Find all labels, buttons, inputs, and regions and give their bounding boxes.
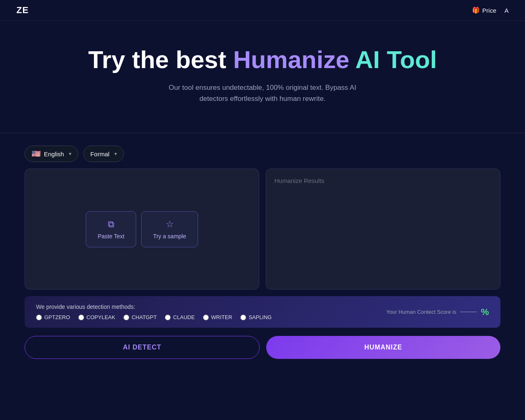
detection-options: GPTZERO COPYLEAK CHATGPT CLAUDE bbox=[36, 314, 272, 320]
flag-icon: 🇺🇸 bbox=[32, 149, 41, 158]
radio-gptzero[interactable]: GPTZERO bbox=[36, 314, 70, 320]
radio-chatgpt[interactable]: CHATGPT bbox=[123, 314, 157, 320]
tone-label: Formal bbox=[90, 151, 110, 158]
claude-label: CLAUDE bbox=[173, 314, 195, 320]
radio-input-copyleak[interactable] bbox=[78, 315, 84, 320]
score-percent: % bbox=[481, 307, 489, 317]
language-selector[interactable]: 🇺🇸 English ▾ bbox=[25, 146, 78, 162]
tool-section: 🇺🇸 English ▾ Formal ▾ ⧉ Paste Text ☆ Try… bbox=[0, 133, 525, 375]
copyleak-label: COPYLEAK bbox=[87, 314, 115, 320]
detection-left: We provide various detection methods: GP… bbox=[36, 304, 272, 320]
chevron-down-icon-2: ▾ bbox=[114, 151, 117, 157]
paste-label: Paste Text bbox=[98, 233, 124, 240]
gptzero-label: GPTZERO bbox=[44, 314, 70, 320]
radio-writer[interactable]: WRITER bbox=[203, 314, 232, 320]
paste-text-button[interactable]: ⧉ Paste Text bbox=[86, 211, 136, 247]
sapling-label: SAPLING bbox=[249, 314, 272, 320]
paste-buttons: ⧉ Paste Text ☆ Try a sample bbox=[86, 211, 198, 247]
detection-score: Your Human Contect Score is % bbox=[386, 307, 489, 317]
radio-claude[interactable]: CLAUDE bbox=[165, 314, 195, 320]
humanize-button[interactable]: HUMANIZE bbox=[266, 336, 500, 359]
radio-input-gptzero[interactable] bbox=[36, 315, 42, 320]
ai-detect-button[interactable]: AI DETECT bbox=[25, 336, 260, 359]
tone-selector[interactable]: Formal ▾ bbox=[83, 146, 124, 162]
radio-copyleak[interactable]: COPYLEAK bbox=[78, 314, 115, 320]
price-label: Price bbox=[482, 7, 496, 14]
radio-input-claude[interactable] bbox=[165, 315, 171, 320]
chevron-down-icon: ▾ bbox=[69, 151, 71, 157]
bottom-buttons: AI DETECT HUMANIZE bbox=[25, 336, 500, 359]
paste-icon: ⧉ bbox=[108, 219, 114, 230]
site-logo: ZE bbox=[16, 5, 29, 16]
navbar: ZE 🎁 Price A bbox=[0, 0, 525, 21]
hero-title: Try the best Humanize AI Tool bbox=[16, 46, 509, 74]
detection-label: We provide various detection methods: bbox=[36, 304, 272, 310]
detection-bar: We provide various detection methods: GP… bbox=[25, 296, 500, 328]
star-icon: ☆ bbox=[166, 219, 174, 230]
score-text: Your Human Contect Score is bbox=[386, 309, 457, 315]
radio-input-writer[interactable] bbox=[203, 315, 209, 320]
score-line bbox=[460, 312, 477, 312]
gift-icon: 🎁 bbox=[472, 7, 480, 14]
hero-title-teal: AI Tool bbox=[355, 46, 437, 73]
try-sample-button[interactable]: ☆ Try a sample bbox=[141, 211, 198, 247]
hero-title-purple: Humanize bbox=[233, 46, 355, 73]
editor-row: ⧉ Paste Text ☆ Try a sample Humanize Res… bbox=[25, 169, 500, 290]
radio-sapling[interactable]: SAPLING bbox=[240, 314, 272, 320]
writer-label: WRITER bbox=[211, 314, 232, 320]
sample-label: Try a sample bbox=[153, 233, 186, 240]
selectors-row: 🇺🇸 English ▾ Formal ▾ bbox=[25, 146, 500, 162]
radio-input-chatgpt[interactable] bbox=[123, 315, 129, 320]
chatgpt-label: CHATGPT bbox=[132, 314, 157, 320]
language-label: English bbox=[44, 151, 64, 158]
results-placeholder: Humanize Results bbox=[274, 177, 324, 184]
radio-input-sapling[interactable] bbox=[240, 315, 246, 320]
hero-section: Try the best Humanize AI Tool Our tool e… bbox=[0, 21, 525, 121]
api-nav-item[interactable]: A bbox=[504, 7, 509, 14]
hero-title-white: Try the best bbox=[88, 46, 233, 73]
price-nav-item[interactable]: 🎁 Price bbox=[472, 7, 496, 14]
results-box: Humanize Results bbox=[266, 169, 500, 290]
navbar-right: 🎁 Price A bbox=[472, 7, 509, 14]
input-box: ⧉ Paste Text ☆ Try a sample bbox=[25, 169, 259, 290]
hero-subtitle: Our tool ensures undetectable, 100% orig… bbox=[144, 82, 381, 104]
